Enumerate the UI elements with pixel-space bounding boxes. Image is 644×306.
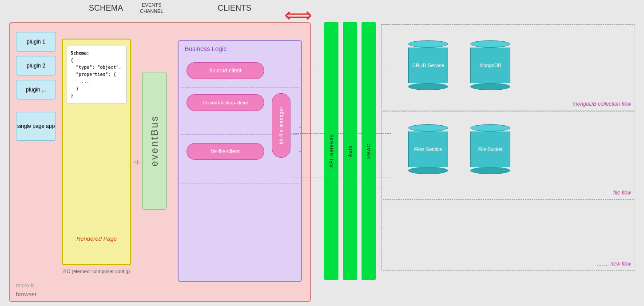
files-cyl-bottom <box>408 167 448 174</box>
eventbus-box: eventBus <box>142 72 167 210</box>
mongodb-flow-label: mongoDB collection flow <box>573 101 631 107</box>
mongodb-cyl-top <box>470 40 510 48</box>
schema-label: SCHEMA <box>89 4 123 13</box>
schema-code: Schema: { "type": "object", "properties"… <box>67 46 127 103</box>
schema-box: Schema: { "type": "object", "properties"… <box>62 39 131 265</box>
bk-crud-client-btn[interactable]: bk-crud-client <box>187 62 264 79</box>
bk-file-manager-label: bk-file-manager <box>279 107 284 144</box>
auth-label: Auth <box>347 145 353 157</box>
plugin-2: plugin 2 <box>16 56 56 76</box>
bk-crud-lookup-client-btn[interactable]: bk-crud-lookup-client <box>187 94 264 111</box>
bk-file-manager-btn[interactable]: bk-file-manager <box>272 93 290 158</box>
business-logic-box: Business Logic bk-crud-client bk-crud-lo… <box>178 40 302 282</box>
mongodb-cyl-bottom <box>470 83 510 90</box>
conn-h-3 <box>293 178 391 178</box>
business-logic-title: Business Logic <box>185 45 227 52</box>
bucket-cyl-bottom <box>470 167 510 174</box>
h-dashed-1 <box>303 70 310 70</box>
rbac-label: RBAC <box>366 143 371 159</box>
services-area: API Gateway Auth RBAC CRUD Service Mongo… <box>311 22 640 302</box>
single-page-app: single page app <box>16 112 56 141</box>
plugin-1: plugin 1 <box>16 32 56 52</box>
conn-h-1 <box>293 69 391 69</box>
bucket-cyl-top <box>470 124 510 131</box>
eventbus-label: eventBus <box>149 115 160 167</box>
microlc-label: micro-lc <box>16 282 35 289</box>
file-bucket-cylinder: File Bucket <box>470 124 510 174</box>
conn-line-1 <box>299 71 301 71</box>
rbac-bar: RBAC <box>362 22 376 280</box>
crud-cyl-bottom <box>408 83 448 90</box>
right-top-border <box>381 24 635 25</box>
crud-cyl-top <box>408 40 448 48</box>
dashed-line-1 <box>181 87 299 88</box>
bo-label: BO (element-composer config) <box>63 269 130 274</box>
diagram-wrapper: SCHEMA EVENTSCHANNEL CLIENTS ⟺ browser m… <box>0 0 644 306</box>
new-flow-label: ........ new flow <box>597 261 631 267</box>
rendered-page-label: Rendered Page <box>63 235 130 242</box>
schema-code-content: { "type": "object", "properties": { ... … <box>71 57 123 99</box>
dashed-line-3 <box>181 183 299 183</box>
crud-cyl-body: CRUD Service <box>408 48 448 83</box>
conn-line-2 <box>299 127 301 128</box>
mongodb-flow-section: CRUD Service MongoDB mongoDB collection … <box>381 24 635 111</box>
files-cyl-body: Files Service <box>408 131 448 167</box>
clients-label: CLIENTS <box>218 4 251 13</box>
file-flow-label: file flow <box>613 190 631 196</box>
bucket-cyl-body: File Bucket <box>470 131 510 167</box>
schema-code-title: Schema: <box>71 50 123 57</box>
browser-label: browser <box>16 291 36 298</box>
conn-h-2 <box>293 133 391 134</box>
plugin-3: plugin ... <box>16 80 56 99</box>
bk-file-client-btn[interactable]: bk-file-client <box>187 143 264 160</box>
api-gateway-label: API Gateway <box>329 134 334 167</box>
files-cyl-top <box>408 124 448 131</box>
browser-container: browser micro-lc plugin 1 plugin 2 plugi… <box>9 22 311 302</box>
crud-service-cylinder: CRUD Service <box>408 40 448 90</box>
new-flow-section: ........ new flow <box>381 200 635 271</box>
events-channel-label: EVENTSCHANNEL <box>140 2 163 15</box>
files-service-cylinder: Files Service <box>408 124 448 174</box>
file-flow-section: Files Service File Bucket file flow <box>381 111 635 200</box>
api-gateway-bar: API Gateway <box>324 22 338 280</box>
mongodb-cyl-body: MongoDB <box>470 48 510 83</box>
auth-bar: Auth <box>343 22 357 280</box>
mongodb-cylinder: MongoDB <box>470 40 510 90</box>
h-dashed-3 <box>303 180 310 180</box>
conn-line-3 <box>299 151 301 152</box>
